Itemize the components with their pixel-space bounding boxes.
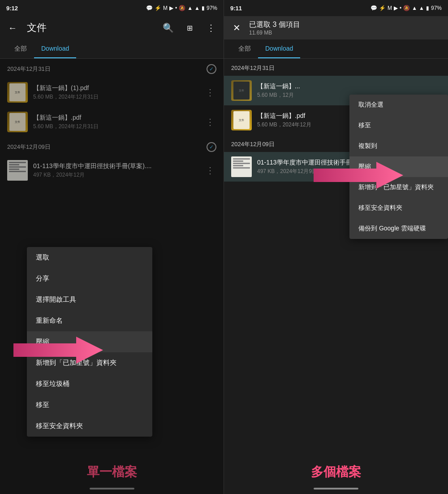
messenger-icon: ⚡ xyxy=(155,5,161,11)
menu-open-with[interactable]: 選擇開啟工具 xyxy=(27,289,152,310)
right-tabs: 全部 Download xyxy=(224,39,448,59)
selection-title: 已選取 3 個項目 11.69 MB xyxy=(249,20,444,36)
search-icon: 🔍 xyxy=(163,22,174,33)
tab-all-right[interactable]: 全部 xyxy=(231,39,258,58)
gmail-icon: M xyxy=(163,5,168,11)
context-menu-right: 取消全選 移至 複製到 壓縮 新增到「已加星號」資料夾 移至安全資料夾 備份到 … xyxy=(349,95,448,239)
r-battery-text: 97% xyxy=(431,5,442,11)
page-title: 文件 xyxy=(25,21,155,35)
left-panel: 9:12 💬 ⚡ M ▶ • 🔕 ▲ ▲ ▮ 97% ← 文件 🔍 ⊞ ⋮ xyxy=(0,0,224,494)
r-menu-add-starred[interactable]: 新增到「已加星號」資料夾 xyxy=(349,177,448,198)
menu-trash[interactable]: 移至垃圾桶 xyxy=(27,373,152,394)
mute-icon: 🔕 xyxy=(179,5,185,11)
menu-share[interactable]: 分享 xyxy=(27,268,152,289)
r-date-label-2: 2024年12月09日 xyxy=(231,140,275,148)
r-message-icon: 💬 xyxy=(370,5,377,11)
r-file-name-1: 【新這一鍋】... xyxy=(257,82,441,91)
grid-icon: ⊞ xyxy=(187,24,193,32)
bottom-label-right: 多個檔案 xyxy=(224,464,448,481)
more-options-button[interactable]: ⋮ xyxy=(202,19,220,37)
r-battery-icon: ▮ xyxy=(426,5,429,11)
menu-rename[interactable]: 重新命名 xyxy=(27,310,152,331)
r-messenger-icon: ⚡ xyxy=(379,5,386,11)
close-selection-button[interactable]: ✕ xyxy=(228,19,246,37)
menu-compress[interactable]: 壓縮 xyxy=(27,331,152,352)
tab-all-left[interactable]: 全部 xyxy=(7,39,34,58)
signal-icon: ▲ xyxy=(187,5,193,11)
left-tabs: 全部 Download xyxy=(0,39,224,59)
r-file-thumb-2: 文件 xyxy=(231,110,252,130)
r-menu-compress[interactable]: 壓縮 xyxy=(349,156,448,177)
r-date-header-1: 2024年12月31日 xyxy=(224,59,448,76)
selection-size: 11.69 MB xyxy=(249,30,444,36)
wifi-icon: ▲ xyxy=(194,5,200,11)
selection-bar: ✕ 已選取 3 個項目 11.69 MB xyxy=(224,16,448,39)
r-menu-move[interactable]: 移至 xyxy=(349,115,448,136)
right-nav-bar xyxy=(224,483,448,494)
r-file-thumb-1: 文件 xyxy=(231,80,252,101)
search-button[interactable]: 🔍 xyxy=(159,19,177,37)
message-icon: 💬 xyxy=(146,5,153,11)
menu-move[interactable]: 移至 xyxy=(27,394,152,416)
r-date-label-1: 2024年12月31日 xyxy=(231,64,275,72)
r-mute-icon: 🔕 xyxy=(403,5,410,11)
r-gmail-icon: M xyxy=(388,5,392,11)
selection-count: 已選取 3 個項目 xyxy=(249,20,444,30)
tab-download-left[interactable]: Download xyxy=(34,39,76,58)
r-signal-icon: ▲ xyxy=(412,5,417,11)
left-top-bar: ← 文件 🔍 ⊞ ⋮ xyxy=(0,16,224,39)
back-button[interactable]: ← xyxy=(4,19,22,37)
grid-button[interactable]: ⊞ xyxy=(181,19,198,37)
r-youtube-icon: ▶ xyxy=(394,5,398,11)
right-panel: 9:11 💬 ⚡ M ▶ • 🔕 ▲ ▲ ▮ 97% ✕ 已選取 3 個項目 1… xyxy=(224,0,448,494)
right-status-icons: 💬 ⚡ M ▶ • 🔕 ▲ ▲ ▮ 97% xyxy=(370,5,442,11)
left-status-bar: 9:12 💬 ⚡ M ▶ • 🔕 ▲ ▲ ▮ 97% xyxy=(0,0,224,16)
left-content: 2024年12月31日 ✓ 文件 【新這一鍋】(1).pdf 5.60 MB，2… xyxy=(0,59,224,494)
r-wifi-icon: ▲ xyxy=(419,5,424,11)
r-dot-icon: • xyxy=(400,5,401,11)
right-status-bar: 9:11 💬 ⚡ M ▶ • 🔕 ▲ ▲ ▮ 97% xyxy=(224,0,448,16)
menu-add-starred[interactable]: 新增到「已加星號」資料夾 xyxy=(27,352,152,373)
youtube-icon: ▶ xyxy=(169,5,173,11)
right-content: 2024年12月31日 文件 【新這一鍋】... 5.60 MB，12月 文件 xyxy=(224,59,448,494)
close-icon: ✕ xyxy=(233,22,241,33)
menu-select[interactable]: 選取 xyxy=(27,247,152,268)
tab-download-right[interactable]: Download xyxy=(258,39,300,58)
r-menu-deselect[interactable]: 取消全選 xyxy=(349,95,448,115)
r-menu-secure[interactable]: 移至安全資料夾 xyxy=(349,198,448,218)
r-menu-copy[interactable]: 複製到 xyxy=(349,136,448,156)
right-status-time: 9:11 xyxy=(230,5,242,12)
more-icon: ⋮ xyxy=(207,22,215,33)
menu-secure[interactable]: 移至安全資料夾 xyxy=(27,416,152,437)
nav-pill-right xyxy=(314,488,358,490)
context-menu-left: 選取 分享 選擇開啟工具 重新命名 壓縮 新增到「已加星號」資料夾 移至垃圾桶 … xyxy=(27,247,152,437)
battery-icon: ▮ xyxy=(202,5,205,11)
back-icon: ← xyxy=(8,23,17,33)
r-menu-backup[interactable]: 備份到 Google 雲端硬碟 xyxy=(349,218,448,239)
dot-icon: • xyxy=(175,5,177,11)
left-status-time: 9:12 xyxy=(6,5,18,12)
left-status-icons: 💬 ⚡ M ▶ • 🔕 ▲ ▲ ▮ 97% xyxy=(146,5,217,11)
r-file-thumb-3 xyxy=(231,156,252,177)
battery-text: 97% xyxy=(207,5,217,11)
